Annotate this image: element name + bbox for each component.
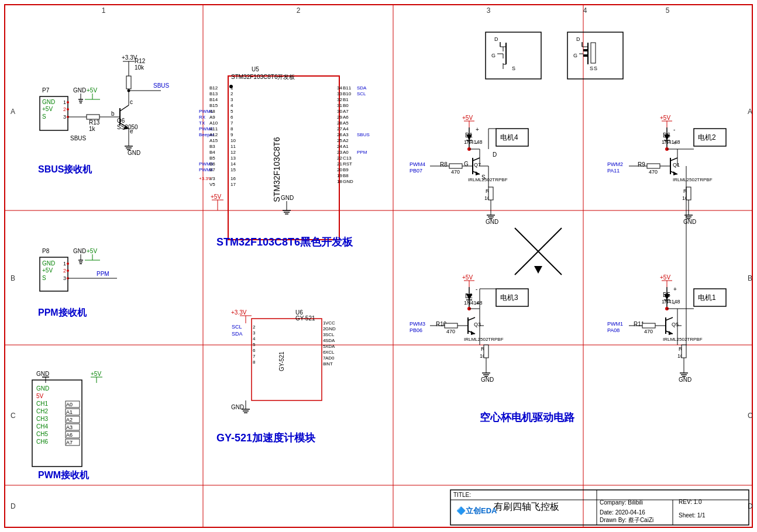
svg-text:B7: B7 [209, 167, 215, 172]
svg-text:CH2: CH2 [36, 408, 48, 414]
svg-text:-: - [476, 286, 477, 292]
svg-text:A6: A6 [66, 432, 73, 438]
svg-text:25: 25 [337, 138, 342, 143]
svg-text:11: 11 [230, 144, 236, 149]
svg-text:14: 14 [230, 161, 236, 167]
svg-text:6: 6 [323, 350, 326, 355]
svg-rect-47 [87, 115, 99, 119]
svg-text:470: 470 [451, 169, 460, 175]
svg-text:B15: B15 [209, 103, 218, 108]
svg-text:SDA: SDA [232, 331, 243, 337]
svg-text:1: 1 [102, 6, 106, 15]
svg-text:5: 5 [323, 344, 326, 349]
svg-text:SCL: SCL [325, 332, 335, 337]
svg-text:B3: B3 [209, 144, 215, 149]
svg-rect-276 [583, 49, 588, 51]
svg-text:SBUS: SBUS [153, 82, 170, 89]
svg-text:VCC: VCC [325, 320, 335, 326]
svg-text:16: 16 [230, 176, 236, 181]
svg-text:27: 27 [337, 126, 342, 132]
svg-text:10k: 10k [135, 64, 144, 71]
svg-text:XDA: XDA [325, 344, 335, 349]
svg-text:A7: A7 [66, 440, 73, 445]
svg-text:470: 470 [446, 329, 455, 334]
svg-text:P8: P8 [42, 248, 50, 254]
svg-text:CH3: CH3 [36, 416, 48, 422]
svg-text:U5: U5 [252, 66, 259, 72]
svg-text:IRLML2502TRPBF: IRLML2502TRPBF [468, 177, 508, 182]
svg-text:26: 26 [337, 132, 342, 137]
svg-text:21: 21 [337, 161, 342, 167]
svg-text:30: 30 [337, 109, 342, 114]
svg-text:A1: A1 [343, 144, 349, 149]
svg-text:5V: 5V [36, 393, 44, 399]
svg-text:e: e [130, 128, 133, 134]
svg-text:1k: 1k [89, 126, 96, 132]
svg-text:G: G [573, 53, 577, 58]
svg-text:GND: GND [281, 195, 294, 201]
svg-text:A: A [748, 108, 752, 116]
svg-text:+5V: +5V [462, 274, 473, 281]
svg-point-34 [67, 108, 69, 110]
svg-text:PWM1: PWM1 [607, 321, 623, 327]
svg-text:PB06: PB06 [410, 327, 422, 333]
svg-text:c: c [130, 99, 133, 105]
svg-text:2: 2 [253, 324, 256, 330]
svg-text:CH6: CH6 [36, 438, 48, 445]
svg-text:28: 28 [337, 120, 342, 126]
svg-text:+5V: +5V [211, 194, 221, 200]
schematic-main: 1 2 3 4 5 A A B B C C D D P7 GND +5V S 1… [0, 0, 757, 532]
svg-text:+: + [476, 126, 479, 133]
svg-text:A: A [11, 108, 15, 116]
svg-text:S: S [594, 65, 597, 71]
svg-text:23: 23 [337, 150, 342, 155]
svg-text:REV:  1.0: REV: 1.0 [679, 499, 702, 505]
svg-text:1: 1 [63, 99, 66, 105]
svg-text:B14: B14 [209, 97, 218, 102]
svg-text:GND: GND [128, 150, 140, 156]
svg-text:3: 3 [323, 332, 326, 337]
svg-text:GND: GND [36, 385, 49, 392]
svg-text:G: G [491, 53, 496, 58]
svg-text:+5V: +5V [462, 115, 473, 121]
svg-text:SDA: SDA [357, 85, 367, 91]
svg-text:1: 1 [230, 85, 233, 91]
svg-rect-297 [449, 164, 462, 168]
svg-text:D: D [494, 36, 498, 42]
svg-text:Company: Bilibili: Company: Bilibili [600, 499, 643, 506]
svg-text:B8: B8 [343, 173, 349, 178]
svg-text:PA08: PA08 [607, 327, 620, 333]
svg-text:A15: A15 [209, 138, 218, 143]
svg-text:SBUS: SBUS [357, 132, 370, 137]
svg-text:-: - [476, 140, 477, 146]
svg-text:+: + [673, 286, 677, 292]
svg-text:PB07: PB07 [410, 168, 422, 174]
svg-rect-313 [488, 187, 493, 200]
svg-text:24: 24 [337, 144, 342, 149]
svg-text:PWM4: PWM4 [410, 161, 425, 167]
svg-text:2: 2 [323, 326, 326, 331]
svg-text:P7: P7 [42, 87, 50, 94]
svg-text:+: + [476, 300, 479, 306]
svg-text:Q1: Q1 [673, 162, 680, 168]
svg-rect-332 [647, 164, 660, 168]
svg-text:22: 22 [337, 156, 342, 161]
svg-text:GND: GND [73, 87, 86, 94]
svg-text:B9: B9 [343, 167, 349, 172]
svg-text:4: 4 [323, 338, 326, 343]
svg-text:STM32F103C8T6开发板: STM32F103C8T6开发板 [231, 74, 295, 80]
svg-text:Date:  2020-04-16: Date: 2020-04-16 [600, 509, 645, 516]
svg-rect-415 [682, 345, 686, 358]
svg-text:电机3: 电机3 [500, 293, 518, 302]
svg-text:GY-521加速度计模块: GY-521加速度计模块 [216, 431, 316, 444]
svg-text:7: 7 [230, 120, 233, 126]
svg-text:TX: TX [199, 120, 205, 126]
svg-text:INT: INT [325, 361, 333, 367]
svg-text:9: 9 [230, 132, 233, 137]
svg-text:A8: A8 [209, 109, 215, 114]
svg-text:PPM: PPM [97, 271, 109, 277]
svg-text:A3: A3 [66, 424, 73, 430]
svg-text:13: 13 [230, 156, 236, 161]
svg-text:5: 5 [666, 6, 670, 15]
svg-text:B11: B11 [343, 85, 352, 91]
